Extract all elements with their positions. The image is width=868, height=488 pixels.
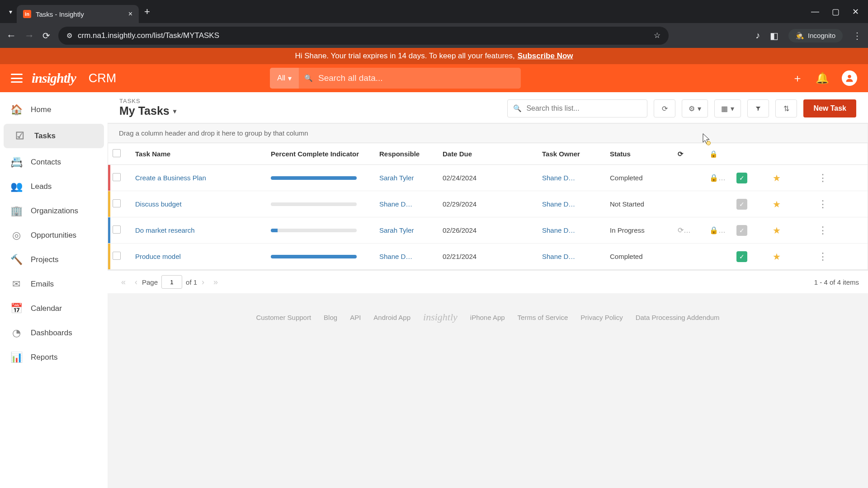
col-task-owner[interactable]: Task Owner	[538, 150, 605, 158]
owner-link[interactable]: Shane D…	[542, 200, 575, 208]
tab-list-dropdown[interactable]: ▾	[5, 8, 17, 15]
sidebar-item-projects[interactable]: 🔨Projects	[0, 248, 108, 272]
col-recurring-icon[interactable]: ⟳	[673, 150, 705, 158]
table-row[interactable]: Create a Business Plan Sarah Tyler 02/24…	[108, 165, 868, 191]
list-search-input[interactable]	[526, 104, 642, 113]
refresh-button[interactable]: ⟳	[654, 99, 675, 117]
row-menu-icon[interactable]: ⋮	[818, 198, 828, 210]
window-close-icon[interactable]: ✕	[852, 7, 859, 17]
window-minimize-icon[interactable]: —	[811, 7, 819, 17]
col-percent[interactable]: Percent Complete Indicator	[266, 150, 375, 158]
star-icon[interactable]: ★	[773, 199, 781, 209]
browser-menu-icon[interactable]: ⋮	[853, 30, 862, 41]
leads-icon: 👥	[10, 181, 23, 192]
row-menu-icon[interactable]: ⋮	[818, 172, 828, 183]
address-bar[interactable]: ⚙ crm.na1.insightly.com/list/Task/MYTASK…	[58, 27, 669, 45]
media-control-icon[interactable]: ♪	[755, 30, 760, 41]
brand-logo[interactable]: insightly	[32, 70, 76, 86]
browser-tab[interactable]: in Tasks - Insightly ×	[17, 5, 139, 23]
sidepanel-icon[interactable]: ◧	[770, 30, 778, 41]
reload-button[interactable]: ⟳	[42, 30, 50, 41]
col-date-due[interactable]: Date Due	[438, 150, 538, 158]
incognito-badge[interactable]: 🕵 Incognito	[788, 29, 843, 42]
sidebar-item-tasks[interactable]: ☑Tasks	[4, 124, 104, 148]
sidebar-item-reports[interactable]: 📊Reports	[0, 345, 108, 370]
footer-link[interactable]: iPhone App	[470, 314, 505, 321]
pager-first[interactable]: «	[117, 277, 130, 287]
subscribe-link[interactable]: Subscribe Now	[518, 52, 573, 61]
row-menu-icon[interactable]: ⋮	[818, 225, 828, 236]
sidebar-item-home[interactable]: 🏠Home	[0, 98, 108, 122]
sidebar-item-emails[interactable]: ✉Emails	[0, 272, 108, 296]
star-icon[interactable]: ★	[773, 252, 781, 262]
col-status[interactable]: Status	[605, 150, 673, 158]
col-visibility-icon[interactable]: 🔒	[705, 150, 732, 158]
star-icon[interactable]: ★	[773, 225, 781, 235]
owner-link[interactable]: Shane D…	[542, 253, 575, 260]
footer-link[interactable]: Data Processing Addendum	[636, 314, 720, 321]
row-checkbox[interactable]	[113, 199, 121, 207]
sidebar-item-organizations[interactable]: 🏢Organizations	[0, 199, 108, 223]
close-tab-icon[interactable]: ×	[128, 10, 132, 18]
complete-toggle[interactable]: ✓	[736, 251, 747, 262]
footer-link[interactable]: Blog	[324, 314, 337, 321]
footer-link[interactable]: Privacy Policy	[580, 314, 623, 321]
new-task-button[interactable]: New Task	[803, 99, 856, 117]
col-responsible[interactable]: Responsible	[375, 150, 438, 158]
responsible-link[interactable]: Shane D…	[379, 200, 412, 208]
row-menu-icon[interactable]: ⋮	[818, 251, 828, 262]
back-button[interactable]: ←	[6, 30, 16, 42]
complete-toggle[interactable]: ✓	[736, 225, 747, 236]
owner-link[interactable]: Shane D…	[542, 174, 575, 182]
task-name-link[interactable]: Produce model	[135, 253, 181, 260]
menu-toggle-button[interactable]	[11, 74, 23, 83]
complete-toggle[interactable]: ✓	[736, 173, 747, 183]
table-row[interactable]: Discuss budget Shane D… 02/29/2024 Shane…	[108, 191, 868, 217]
search-scope-dropdown[interactable]: All ▾	[270, 68, 299, 89]
task-name-link[interactable]: Create a Business Plan	[135, 174, 206, 182]
window-maximize-icon[interactable]: ▢	[832, 7, 840, 17]
page-title[interactable]: My Tasks ▾	[119, 104, 176, 117]
site-settings-icon[interactable]: ⚙	[66, 32, 72, 40]
table-row[interactable]: Do market research Sarah Tyler 02/26/202…	[108, 217, 868, 244]
sidebar-item-opportunities[interactable]: ◎Opportunities	[0, 223, 108, 248]
sort-button[interactable]: ⇅	[775, 99, 797, 117]
responsible-link[interactable]: Shane D…	[379, 253, 412, 260]
select-all-checkbox[interactable]	[113, 149, 121, 157]
pager-page-input[interactable]	[161, 275, 182, 289]
table-row[interactable]: Produce model Shane D… 02/21/2024 Shane …	[108, 244, 868, 270]
view-toggle-button[interactable]: ▦ ▾	[714, 99, 741, 117]
star-icon[interactable]: ★	[773, 173, 781, 183]
global-search-input[interactable]	[313, 68, 521, 89]
footer-link[interactable]: Customer Support	[256, 314, 311, 321]
pager-last[interactable]: »	[209, 277, 222, 287]
pager-prev[interactable]: ‹	[130, 277, 142, 287]
responsible-link[interactable]: Sarah Tyler	[379, 174, 414, 182]
add-button[interactable]: ＋	[792, 71, 803, 85]
pager-next[interactable]: ›	[197, 277, 209, 287]
grouping-dropzone[interactable]: Drag a column header and drop it here to…	[108, 123, 868, 143]
bookmark-icon[interactable]: ☆	[654, 31, 660, 40]
sidebar-item-contacts[interactable]: 📇Contacts	[0, 150, 108, 174]
footer-link[interactable]: API	[350, 314, 361, 321]
owner-link[interactable]: Shane D…	[542, 226, 575, 234]
task-name-link[interactable]: Do market research	[135, 226, 195, 234]
forward-button[interactable]: →	[24, 30, 34, 42]
notifications-icon[interactable]: 🔔	[816, 72, 829, 84]
settings-button[interactable]: ⚙ ▾	[682, 99, 708, 117]
complete-toggle[interactable]: ✓	[736, 199, 747, 210]
row-checkbox[interactable]	[113, 252, 121, 260]
new-tab-button[interactable]: +	[144, 6, 150, 18]
col-task-name[interactable]: Task Name	[131, 150, 266, 158]
footer-link[interactable]: Android App	[373, 314, 410, 321]
responsible-link[interactable]: Sarah Tyler	[379, 226, 414, 234]
sidebar-item-dashboards[interactable]: ◔Dashboards	[0, 321, 108, 345]
row-checkbox[interactable]	[113, 173, 121, 181]
task-name-link[interactable]: Discuss budget	[135, 200, 182, 208]
filter-button[interactable]	[747, 99, 769, 117]
sidebar-item-calendar[interactable]: 📅Calendar	[0, 296, 108, 321]
row-checkbox[interactable]	[113, 225, 121, 234]
sidebar-item-leads[interactable]: 👥Leads	[0, 174, 108, 199]
footer-link[interactable]: Terms of Service	[518, 314, 568, 321]
user-avatar[interactable]	[842, 70, 857, 86]
